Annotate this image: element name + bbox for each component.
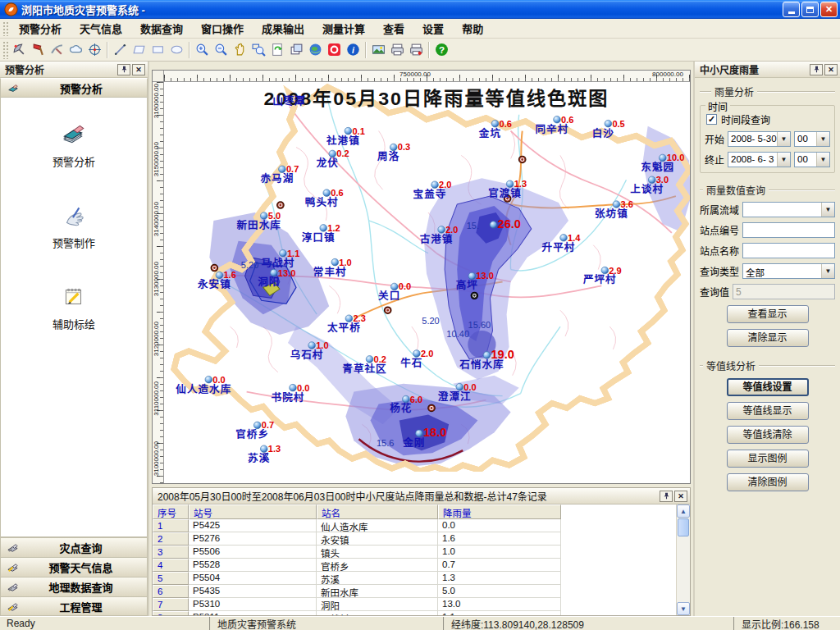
time-range-checkbox[interactable]: ✓ — [706, 114, 717, 125]
toolbar-button-zoom-window[interactable] — [249, 40, 268, 59]
menu-item-窗口操作[interactable]: 窗口操作 — [192, 18, 253, 39]
table-row[interactable]: 4P5528官桥乡0.7 — [153, 559, 676, 572]
query-type-combo[interactable]: 全部▼ — [742, 263, 835, 279]
left-panel-header: 预警分析 ✕ — [0, 62, 148, 78]
toolbar-button-draw-polygon[interactable] — [130, 40, 148, 59]
menu-grip[interactable] — [2, 21, 8, 36]
restore-button[interactable] — [801, 2, 819, 17]
scroll-down-button[interactable]: ▼ — [677, 602, 690, 615]
left-section-header[interactable]: 预警分析 — [0, 78, 148, 98]
menu-item-查看[interactable]: 查看 — [374, 18, 413, 39]
toolbar-button-help[interactable]: ? — [432, 40, 451, 59]
toolbar-button-pick-tool[interactable] — [48, 40, 66, 59]
toolbar-button-export-image[interactable] — [369, 40, 388, 59]
button-清除显示[interactable]: 清除显示 — [727, 329, 809, 347]
table-row[interactable]: 2P5276永安镇1.6 — [153, 532, 676, 546]
close-button[interactable]: ✕ — [820, 2, 838, 17]
chevron-down-icon[interactable]: ▼ — [816, 132, 829, 146]
map-canvas[interactable]: 2008年05月30日降雨量等值线色斑图 山枣潭15.5.205.2015.60… — [164, 82, 690, 483]
column-header-站名[interactable]: 站名 — [317, 504, 438, 519]
toolbar-button-print[interactable] — [388, 40, 407, 59]
table-vertical-scrollbar[interactable]: ▲ ▼ — [676, 504, 690, 615]
toolbar-button-print-preview[interactable] — [407, 40, 426, 59]
scroll-up-button[interactable]: ▲ — [677, 504, 690, 518]
station-name: 杨花 — [390, 403, 412, 415]
toolbar-button-info[interactable]: i — [344, 40, 363, 59]
toolbar-button-draw-line[interactable] — [111, 40, 130, 59]
button-查看显示[interactable]: 查看显示 — [727, 305, 809, 323]
chevron-down-icon[interactable]: ▼ — [777, 153, 790, 167]
sidebar-item-warning-analysis[interactable]: 预警分析 — [1, 121, 147, 169]
scroll-thumb[interactable] — [678, 518, 689, 536]
end-date-combo[interactable]: 2008- 6- 3▼ — [728, 152, 791, 167]
basin-combo[interactable]: ▼ — [742, 202, 835, 217]
chevron-down-icon[interactable]: ▼ — [821, 203, 834, 217]
station-name-input[interactable] — [742, 243, 835, 258]
toolbar-button-satellite-dish[interactable] — [10, 40, 29, 59]
toolbar-button-copy-layers[interactable] — [287, 40, 306, 59]
table-row[interactable]: 5P5504苏溪1.3 — [153, 572, 676, 585]
button-清除图例[interactable]: 清除图例 — [727, 473, 809, 491]
sidebar-item-aux-plotting[interactable]: 辅助标绘 — [1, 283, 147, 331]
toolbar-button-target-locate[interactable] — [85, 40, 104, 59]
column-header-降雨量[interactable]: 降雨量 — [438, 504, 561, 519]
sidebar-group-warning-weather[interactable]: 预警天气信息 — [0, 557, 148, 577]
end-hour-combo[interactable]: 00▼ — [794, 152, 830, 167]
right-panel-close-button[interactable]: ✕ — [824, 64, 838, 75]
left-panel-close-button[interactable]: ✕ — [132, 64, 145, 75]
table-row[interactable]: 8P5311马战村1.1 — [153, 611, 676, 615]
toolbar-grip[interactable] — [2, 40, 8, 59]
start-date-combo[interactable]: 2008- 5-30▼ — [728, 131, 791, 147]
scroll-track[interactable] — [677, 537, 690, 602]
button-等值线清除[interactable]: 等值线清除 — [727, 426, 809, 444]
toolbar-button-globe[interactable] — [306, 40, 325, 59]
station-id-input[interactable] — [742, 222, 835, 238]
row-number-cell: 1 — [153, 519, 189, 532]
sidebar-group-geo-data-query[interactable]: 地理数据查询 — [0, 577, 148, 596]
menu-item-数据查询[interactable]: 数据查询 — [131, 18, 192, 39]
table-pin-button[interactable] — [660, 491, 673, 502]
menu-item-帮助[interactable]: 帮助 — [453, 18, 492, 39]
column-header-站号[interactable]: 站号 — [189, 504, 317, 519]
rain-analysis-separator: 雨量分析 — [700, 84, 835, 98]
sidebar-group-disaster-query[interactable]: 灾点查询 — [0, 537, 148, 557]
toolbar-button-zoom-out[interactable] — [212, 40, 231, 59]
toolbar-separator — [189, 42, 190, 58]
rain-station-上谈村: 3.0上谈村 — [630, 175, 669, 195]
table-row[interactable]: 3P5506镇头1.0 — [153, 546, 676, 559]
menu-item-测量计算[interactable]: 测量计算 — [313, 18, 374, 39]
table-close-button[interactable]: ✕ — [674, 491, 687, 502]
row-number-cell: 5 — [153, 572, 189, 585]
chevron-down-icon[interactable]: ▼ — [816, 153, 829, 167]
sidebar-item-warning-making[interactable]: 预警制作 — [1, 202, 147, 250]
right-panel-pin-button[interactable] — [810, 64, 823, 75]
toolbar-button-cloud[interactable] — [66, 40, 85, 59]
toolbar-button-pan-hand[interactable] — [231, 40, 249, 59]
menu-item-预警分析[interactable]: 预警分析 — [10, 18, 71, 39]
menu-item-设置[interactable]: 设置 — [413, 18, 453, 39]
button-等值线显示[interactable]: 等值线显示 — [727, 402, 809, 420]
table-row[interactable]: 1P5425仙人造水库0.0 — [153, 519, 676, 532]
toolbar-button-draw-ellipse[interactable] — [167, 40, 186, 59]
chevron-down-icon[interactable]: ▼ — [821, 264, 834, 278]
left-panel-pin-button[interactable] — [117, 64, 130, 75]
button-显示图例[interactable]: 显示图例 — [727, 450, 809, 468]
column-header-序号[interactable]: 序号 — [153, 504, 189, 519]
station-name: 金刚 — [402, 436, 425, 449]
table-row[interactable]: 6P5435新田水库5.0 — [153, 585, 676, 598]
map-title: 2008年05月30日降雨量等值线色斑图 — [264, 88, 609, 109]
button-等值线设置[interactable]: 等值线设置 — [727, 378, 809, 396]
menu-item-成果输出[interactable]: 成果输出 — [253, 18, 313, 39]
toolbar-button-refresh-view[interactable] — [268, 40, 287, 59]
query-value-input[interactable]: 5 — [733, 284, 835, 299]
toolbar-button-draw-rectangle[interactable] — [148, 40, 167, 59]
chevron-down-icon[interactable]: ▼ — [777, 132, 790, 146]
start-hour-combo[interactable]: 00▼ — [794, 131, 830, 147]
minimize-button[interactable] — [783, 2, 800, 17]
menu-item-天气信息[interactable]: 天气信息 — [71, 18, 131, 39]
table-row[interactable]: 7P5310洞阳13.0 — [153, 598, 676, 611]
toolbar-button-survey-flag[interactable] — [29, 40, 48, 59]
toolbar-button-zoom-in[interactable] — [193, 40, 212, 59]
sidebar-group-project-manage[interactable]: 工程管理 — [0, 596, 148, 616]
toolbar-button-stop[interactable] — [325, 40, 344, 59]
